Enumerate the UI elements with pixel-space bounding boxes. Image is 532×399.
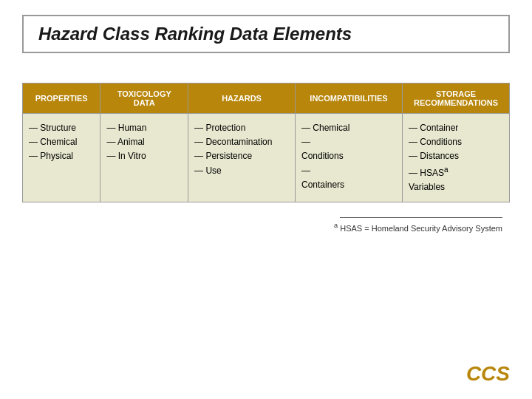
cell-toxicology: — Human— Animal— In Vitro: [100, 114, 188, 202]
footnote-text: a HSAS = Homeland Security Advisory Syst…: [334, 224, 502, 233]
footnote-divider: [340, 217, 502, 218]
header-hazards: HAZARDS: [188, 83, 296, 114]
cell-properties: — Structure— Chemical— Physical: [23, 114, 100, 202]
cell-storage: — Container— Conditions— Distances— HSAS…: [402, 114, 509, 202]
title-box: Hazard Class Ranking Data Elements: [22, 15, 510, 53]
header-storage: STORAGE RECOMMENDATIONS: [402, 83, 509, 114]
table-row: — Structure— Chemical— Physical — Human—…: [23, 114, 510, 202]
ccs-logo: CCS: [466, 362, 510, 386]
page-title: Hazard Class Ranking Data Elements: [38, 24, 352, 44]
footnote-superscript: a: [334, 222, 338, 229]
cell-incompatibilities: — Chemical—Conditions—Containers: [296, 114, 403, 202]
header-toxicology: TOXICOLOGY DATA: [100, 83, 188, 114]
data-table: PROPERTIES TOXICOLOGY DATA HAZARDS INCOM…: [22, 83, 510, 202]
header-incompatibilities: INCOMPATIBILITIES: [296, 83, 403, 114]
cell-hazards: — Protection— Decontamination— Persisten…: [188, 114, 296, 202]
header-properties: PROPERTIES: [23, 83, 100, 114]
page-container: Hazard Class Ranking Data Elements PROPE…: [0, 0, 532, 399]
footnote-area: a HSAS = Homeland Security Advisory Syst…: [22, 217, 510, 234]
